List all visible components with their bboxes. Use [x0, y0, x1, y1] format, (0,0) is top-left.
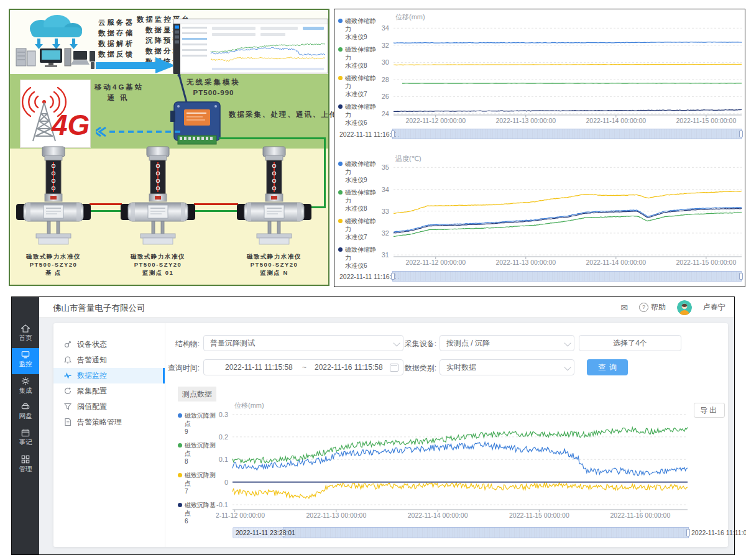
- displacement-datazoom-slider[interactable]: [392, 129, 742, 139]
- platform-screenshot: [173, 19, 328, 73]
- legend-item[interactable]: 磁致沉降测点8: [178, 441, 219, 466]
- right-arrow: [96, 57, 175, 73]
- point-datazoom-slider[interactable]: 2022-11-11 23:28:01: [233, 527, 689, 538]
- svg-text:位移(mm): 位移(mm): [395, 13, 425, 21]
- monitor-icon: [21, 351, 30, 359]
- sidebar-item-alert-policy[interactable]: 告警策略管理: [53, 415, 165, 430]
- svg-text:2022-11-12 00:00:00: 2022-11-12 00:00:00: [216, 512, 265, 519]
- sidebar-item-device-status[interactable]: 设备状态: [53, 337, 165, 352]
- svg-text:2022-11-15 00:00:00: 2022-11-15 00:00:00: [676, 259, 737, 266]
- legend-item[interactable]: 磁致伸缩静力水准仪7: [338, 217, 379, 241]
- legend-item[interactable]: 磁致伸缩静力水准仪9: [338, 160, 379, 184]
- export-button[interactable]: 导出: [694, 403, 725, 418]
- rail-item-integration[interactable]: 集成: [12, 374, 39, 400]
- svg-text:2022-11-13 00:00:00: 2022-11-13 00:00:00: [495, 259, 556, 266]
- sidebar-item-alerts[interactable]: 告警通知: [53, 352, 165, 368]
- rail-item-manage[interactable]: 管理: [12, 452, 39, 479]
- device-select[interactable]: 按测点 / 沉降: [440, 335, 574, 351]
- device-count-box[interactable]: 选择了4个: [579, 335, 681, 351]
- structure-label: 结构物:: [150, 339, 200, 349]
- point-chart-legend: 磁致沉降测点9 磁致沉降测点8 磁致沉降测点7 磁致沉降基点6: [178, 411, 219, 530]
- legend-item[interactable]: 磁致伸缩静力水准仪9: [338, 17, 379, 41]
- svg-text:0.2: 0.2: [219, 433, 228, 441]
- legend-dot: [338, 19, 343, 23]
- svg-text:位移(mm): 位移(mm): [234, 402, 264, 409]
- legend-item[interactable]: 磁致伸缩静力水准仪8: [338, 188, 379, 213]
- mail-icon[interactable]: ✉: [620, 303, 628, 313]
- svg-text:2022-11-14 00:00:00: 2022-11-14 00:00:00: [408, 512, 468, 519]
- green-wire-to-sensor: [310, 206, 326, 208]
- username[interactable]: 卢春宁: [703, 302, 725, 313]
- svg-text:26: 26: [382, 93, 389, 100]
- gear-icon: [21, 377, 30, 385]
- level-instrument-1: [16, 145, 91, 245]
- legend-item[interactable]: 磁致伸缩静力水准仪6: [338, 246, 379, 270]
- legend-item[interactable]: 磁致沉降测点7: [178, 471, 219, 495]
- svg-text:-0.1: -0.1: [216, 501, 228, 508]
- category-select[interactable]: 实时数据: [440, 359, 574, 375]
- bell-icon: [64, 356, 71, 364]
- link-icon: [64, 341, 71, 348]
- legend-item[interactable]: 磁致伸缩静力水准仪8: [338, 45, 379, 70]
- sidebar-item-aggregation-config[interactable]: 聚集配置: [53, 383, 165, 399]
- datazoom-end-label: 2022-11-16 11:11:01: [691, 529, 746, 536]
- legend-item[interactable]: 磁致沉降基点6: [178, 501, 219, 525]
- chevron-down-icon: [564, 364, 571, 370]
- sidebar-item-threshold-config[interactable]: 阈值配置: [53, 399, 165, 415]
- legend-item[interactable]: 磁致伸缩静力水准仪6: [338, 103, 379, 127]
- svg-text:33: 33: [382, 208, 389, 215]
- svg-text:28: 28: [382, 76, 389, 83]
- cloud-server-illustration: [12, 12, 98, 72]
- point-data-chart: -0.100.10.20.3位移(mm)2022-11-12 00:00:002…: [216, 400, 696, 523]
- system-architecture-diagram: 云服务器 数据存储 数据解析 数据反馈 数据监控平台 数据显示 沉降预警 数据分…: [9, 9, 329, 286]
- svg-text:0.3: 0.3: [219, 411, 228, 418]
- legend-item[interactable]: 磁致沉降测点9: [178, 411, 219, 436]
- legend-item[interactable]: 磁致伸缩静力水准仪7: [338, 74, 379, 98]
- svg-text:31: 31: [382, 251, 389, 259]
- monitoring-web-app: 首页 监控 集成 网盘 事记 管理 佛山市普量电子有限公司 ✉ ?帮助: [11, 296, 735, 555]
- rail-item-netdisk[interactable]: 网盘: [12, 400, 39, 426]
- svg-text:2022-11-14 00:00:00: 2022-11-14 00:00:00: [586, 117, 646, 124]
- legend-dot: [338, 162, 343, 166]
- legend-dot: [178, 443, 182, 448]
- svg-text:2022-11-16 00:00:00: 2022-11-16 00:00:00: [610, 512, 671, 519]
- device-label-1: 磁致式静力水准仪PT500-SZY20基 点: [16, 252, 91, 277]
- rail-item-monitor[interactable]: 监控: [12, 348, 39, 374]
- svg-text:2022-11-15 00:00:00: 2022-11-15 00:00:00: [676, 117, 737, 124]
- displacement-temperature-panel: 磁致伸缩静力水准仪9 磁致伸缩静力水准仪8 磁致伸缩静力水准仪7 磁致伸缩静力水…: [334, 9, 745, 287]
- query-button[interactable]: 查询: [587, 359, 628, 375]
- svg-text:2022-11-12 00:00:00: 2022-11-12 00:00:00: [405, 117, 466, 124]
- legend-dot: [178, 473, 182, 477]
- legend-dot: [338, 247, 343, 252]
- sidebar-item-data-monitoring[interactable]: 数据监控: [53, 368, 165, 383]
- device-label: 采集设备:: [389, 339, 436, 349]
- legend-dot: [338, 47, 343, 52]
- level-instrument-3: [237, 145, 311, 245]
- temperature-datazoom-slider[interactable]: [392, 271, 742, 282]
- temperature-chart: 3132333435温度(℃)2022-11-12 00:00:002022-1…: [378, 154, 744, 269]
- avatar[interactable]: [677, 300, 692, 315]
- svg-text:2022-11-12 00:00:00: 2022-11-12 00:00:00: [405, 259, 466, 266]
- svg-text:2022-11-15 00:00:00: 2022-11-15 00:00:00: [509, 512, 569, 519]
- chevron-down-icon: [564, 339, 571, 346]
- structure-select[interactable]: 普量沉降测试: [203, 335, 403, 351]
- question-icon: ?: [639, 303, 648, 312]
- grid-icon: [21, 455, 30, 464]
- svg-text:35: 35: [382, 163, 389, 171]
- inner-sidebar: 设备状态 告警通知 数据监控 聚集配置 阈值配置 告警策略管理: [53, 323, 165, 547]
- svg-text:4G: 4G: [51, 109, 89, 141]
- rail-item-journal[interactable]: 事记: [12, 426, 39, 452]
- drive-icon: [21, 403, 30, 411]
- rail-item-home[interactable]: 首页: [12, 322, 39, 348]
- home-icon: [21, 324, 30, 333]
- svg-text:0.1: 0.1: [219, 456, 228, 463]
- time-range-input[interactable]: 2022-11-11 11:15:58 ~ 2022-11-16 11:15:5…: [203, 359, 403, 375]
- time-end: 2022-11-16 11:15:58: [315, 360, 383, 375]
- device-label-2: 磁致式静力水准仪PT500-SZY20监测点 01: [121, 252, 195, 277]
- module-desc: 数据采集、处理、通讯、上传: [229, 109, 338, 120]
- svg-text:2022-11-13 00:00:00: 2022-11-13 00:00:00: [306, 512, 367, 519]
- help-button[interactable]: ?帮助: [639, 302, 666, 313]
- tab-point-data[interactable]: 测点数据: [178, 387, 216, 402]
- device-label-3: 磁致式静力水准仪PT500-SZY20监测点 N: [237, 252, 311, 277]
- content-card: 设备状态 告警通知 数据监控 聚集配置 阈值配置 告警策略管理: [53, 323, 728, 547]
